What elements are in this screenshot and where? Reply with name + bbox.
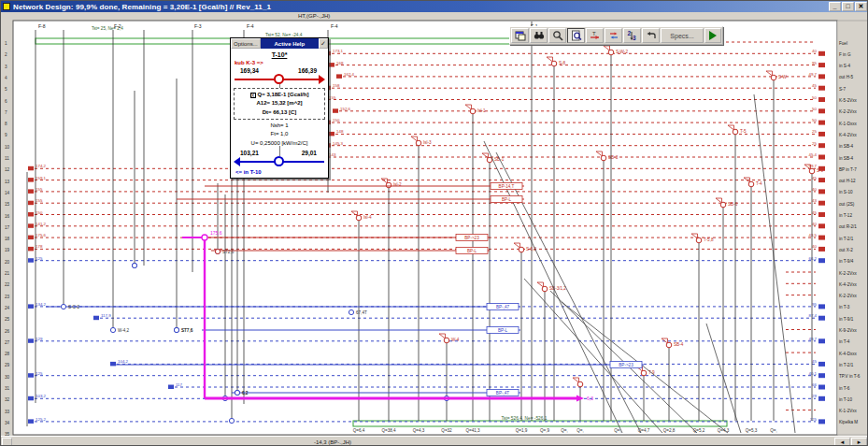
stream-target-temp: 49,7 <box>808 337 817 341</box>
sort-icon: 23 <box>627 30 638 41</box>
node-label: ST7,6 <box>181 328 193 333</box>
scroll-right-button[interactable]: ► <box>851 438 867 446</box>
right-panel-label: in T-10 <box>839 397 852 402</box>
duty-label: Q=, <box>770 428 777 433</box>
hot-exchanger-node[interactable] <box>274 74 284 84</box>
row-number: 29 <box>5 363 10 367</box>
exchanger-node[interactable] <box>174 327 178 332</box>
stream-end-marker <box>818 132 825 137</box>
stream-target-temp: 45 <box>812 176 817 180</box>
right-panel-label: K-2-2Vxx <box>839 109 858 114</box>
bypass-label: BP-,4T <box>496 391 509 396</box>
stream-target-temp: 40 <box>812 244 817 249</box>
renumber-button[interactable]: 23 <box>623 28 641 43</box>
active-help-dialog: Options... Active Help ✓ T-10* kub K-3 =… <box>230 37 329 179</box>
exchanger-node[interactable] <box>771 75 776 80</box>
exchanger-node[interactable] <box>229 418 234 423</box>
loop-node[interactable] <box>202 235 207 240</box>
stream-start-marker <box>93 316 99 321</box>
exchanger-node[interactable] <box>696 237 702 243</box>
exchanger-node[interactable] <box>666 342 672 348</box>
dialog-pin-checkbox[interactable]: ✓ <box>319 38 328 49</box>
exchanger-node[interactable] <box>416 140 421 146</box>
properties-button[interactable] <box>511 28 529 43</box>
exchanger-node[interactable] <box>470 108 476 114</box>
undo-button[interactable] <box>642 28 660 43</box>
duty-label: Q=5,2 <box>693 428 705 433</box>
exchanger-node[interactable] <box>601 155 606 161</box>
options-button[interactable]: Options... <box>231 38 261 49</box>
exchanger-node[interactable] <box>577 381 583 387</box>
zoom-page-button[interactable] <box>567 28 585 43</box>
stream-end-marker <box>818 51 825 56</box>
loop-duty-label: 6,3 <box>587 396 593 401</box>
dialog-title-bar[interactable]: Options... Active Help ✓ <box>231 38 328 49</box>
exchanger-node[interactable] <box>809 168 815 174</box>
right-panel-label: TP.V in T-6 <box>839 374 861 379</box>
duty-label: Q=, <box>576 428 584 433</box>
stream-edit-button[interactable]: T <box>586 28 604 43</box>
duty-label: Q=4,3 <box>413 428 425 433</box>
stream-end-marker <box>818 396 825 401</box>
stream-start-marker <box>28 258 34 263</box>
stream-end-marker <box>818 304 825 309</box>
zoom-button[interactable] <box>548 28 566 43</box>
stream-end-marker <box>818 316 825 321</box>
right-panel-label: out R-2/1 <box>839 224 857 229</box>
exchanger-node[interactable] <box>235 390 239 395</box>
exchanger-node[interactable] <box>386 182 391 188</box>
find-button[interactable] <box>530 28 548 43</box>
stream-end-marker <box>818 108 825 113</box>
right-panel-label: in T-3 <box>839 305 850 309</box>
exchanger-node[interactable] <box>61 304 65 309</box>
row-number: 16 <box>5 214 10 219</box>
exchanger-node[interactable] <box>519 247 524 252</box>
exchanger-node[interactable] <box>349 309 353 314</box>
bypass-label: BP-L <box>502 197 512 202</box>
cold-inlet-temp: 29,01 <box>302 150 317 156</box>
stream-supply-temp: 125 <box>36 256 43 261</box>
stream-start-marker <box>28 419 34 424</box>
bypass-label: BP-L <box>467 249 477 253</box>
exchanger-node[interactable] <box>551 61 557 66</box>
right-panel-label: in T-12 <box>839 213 852 218</box>
swap-icon <box>608 30 619 41</box>
swap-match-button[interactable] <box>605 28 622 43</box>
stream-target-temp: 43 <box>812 198 817 203</box>
cold-outlet-temp: 103,21 <box>240 150 259 156</box>
scrollbar-thumb[interactable] <box>2 438 12 446</box>
stream-supply-temp: 162,4 <box>344 72 355 77</box>
exchanger-node[interactable] <box>487 157 492 163</box>
right-panel-label: Fuel <box>839 41 847 46</box>
scroll-left-button[interactable]: ◄ <box>834 438 850 446</box>
exchanger-node[interactable] <box>356 215 362 221</box>
exchanger-node[interactable] <box>720 202 726 208</box>
row-number: 5 <box>5 87 7 92</box>
stream-supply-temp: 159,1 <box>36 176 47 180</box>
cold-exchanger-node[interactable] <box>274 156 284 166</box>
duty-label: Q=,9 <box>540 428 550 433</box>
stream-supply-temp: 150 <box>36 210 43 215</box>
stream-start-marker <box>28 166 34 171</box>
exchanger-node[interactable] <box>733 129 738 135</box>
exchanger-node[interactable] <box>608 50 614 55</box>
exchanger-node[interactable] <box>132 263 136 267</box>
stream-end-marker <box>818 419 825 424</box>
unit-label: Isl-4 <box>363 215 372 220</box>
exchanger-node[interactable] <box>542 286 548 292</box>
exchanger-node[interactable] <box>110 327 115 332</box>
status-bar: -14,3 (BP-.,JH) ◄ ► <box>1 436 868 446</box>
exchanger-node[interactable] <box>748 181 754 187</box>
exchanger-node[interactable] <box>641 370 647 376</box>
run-button[interactable] <box>704 28 721 43</box>
network-canvas[interactable]: 1234567891011121314151617181920212223242… <box>1 1 868 446</box>
specs-button[interactable]: Specs... <box>661 28 704 43</box>
row-number: 3 <box>5 65 7 69</box>
unit-label: T-5,8 <box>704 237 714 242</box>
duty-checkbox[interactable]: X <box>250 93 256 98</box>
stream-end-marker <box>818 212 825 217</box>
stream-supply-temp: 174,2 <box>36 164 47 168</box>
exchanger-node[interactable] <box>444 338 449 343</box>
exchanger-node[interactable] <box>215 249 220 253</box>
duty-label: Q=6,4 <box>353 428 365 433</box>
